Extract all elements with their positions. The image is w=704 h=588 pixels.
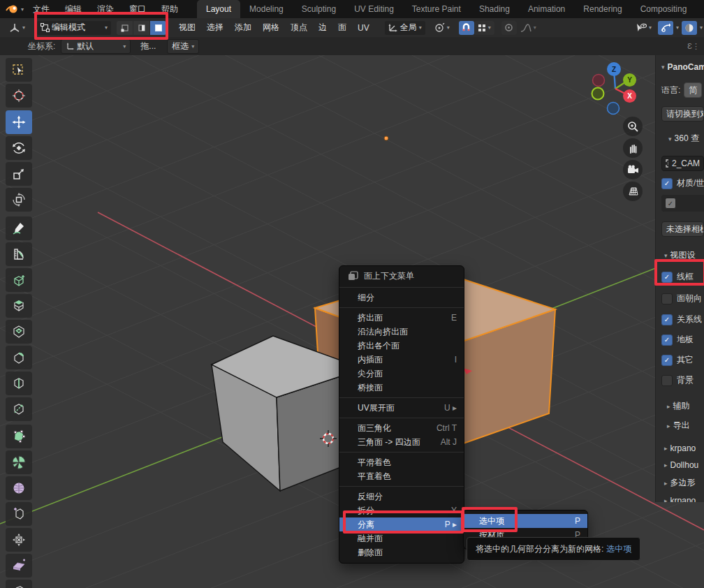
tool-move[interactable] — [6, 110, 32, 134]
axis-z-ball[interactable]: Z — [607, 62, 621, 76]
menu-file[interactable]: 文件 — [25, 0, 57, 18]
section-auxiliary[interactable]: ▸辅助 — [667, 400, 704, 412]
section-export[interactable]: ▸导出 — [667, 420, 704, 432]
snap-toggle-button[interactable] — [459, 21, 474, 35]
tab-geometry-nodes[interactable]: Geometry Nodes — [696, 0, 704, 18]
tab-compositing[interactable]: Compositing — [631, 0, 696, 18]
menu-vertex[interactable]: 顶点 — [285, 22, 313, 34]
tab-shading[interactable]: Shading — [470, 0, 519, 18]
overlays-toggle-button[interactable] — [658, 21, 673, 35]
checkbox-icon[interactable]: ✓ — [661, 178, 673, 189]
menu-render[interactable]: 渲染 — [89, 0, 122, 18]
menu-item-dissolve-faces[interactable]: 融并面 — [339, 531, 464, 545]
tool-box-select[interactable] — [6, 58, 32, 82]
menu-item-extrude-faces[interactable]: 挤出面E — [339, 311, 464, 325]
switch-button[interactable]: 请切换到对 — [661, 106, 704, 122]
checkbox-icon[interactable]: ✓ — [661, 375, 673, 386]
view-option-other[interactable]: ✓ 其它 — [661, 354, 704, 366]
section-krpano-2[interactable]: ▸krpano — [664, 496, 704, 502]
tool-shear[interactable] — [6, 554, 32, 578]
section-polygon[interactable]: ▸多边形 — [664, 477, 704, 489]
editor-type-button[interactable]: ▾ — [6, 21, 29, 35]
tool-knife[interactable] — [6, 397, 32, 421]
section-krpano-1[interactable]: ▸krpano — [664, 443, 704, 453]
section-360[interactable]: ▾ 360 查 — [668, 133, 704, 145]
menu-add[interactable]: 添加 — [229, 22, 257, 34]
material-world-checkbox-row[interactable]: ✓ 材质/世界 — [661, 177, 704, 189]
proportional-falloff-dropdown[interactable]: ▾ — [517, 21, 540, 35]
tool-rotate[interactable] — [6, 136, 32, 160]
menu-select[interactable]: 选择 — [201, 22, 229, 34]
menu-item-separate[interactable]: 分离P ▸ — [339, 517, 464, 531]
menu-item-bridge-faces[interactable]: 桥接面 — [339, 381, 464, 395]
language-dropdown[interactable]: 简 — [684, 82, 702, 98]
shading-toggle-button[interactable] — [682, 21, 697, 35]
edge-select-button[interactable] — [133, 21, 149, 35]
menu-item-inset-faces[interactable]: 内插面I — [339, 353, 464, 367]
view-option-background[interactable]: ✓ 背景 — [661, 374, 704, 386]
zoom-button[interactable] — [623, 117, 643, 136]
menu-item-shade-flat[interactable]: 平直着色 — [339, 469, 464, 483]
checkbox-icon[interactable]: ✓ — [661, 272, 673, 283]
coord-system-dropdown[interactable]: 默认 ▾ — [61, 39, 131, 54]
chevron-down-icon[interactable]: ▾ — [700, 24, 703, 31]
select-box-dropdown[interactable]: 框选 ▾ — [167, 39, 199, 54]
tool-spin[interactable] — [6, 450, 32, 474]
menu-window[interactable]: 窗口 — [122, 0, 154, 18]
viewport-corner-widget[interactable]: Ɛ⋮ — [687, 42, 700, 51]
section-dollhouse[interactable]: ▸Dollhou — [664, 460, 704, 470]
checkbox-icon[interactable]: ✓ — [665, 198, 676, 209]
menu-item-tris-to-quads[interactable]: 三角面 -> 四边面Alt J — [339, 435, 464, 449]
face-select-button[interactable] — [150, 21, 166, 35]
mode-dropdown[interactable]: 编辑模式 ▾ — [37, 21, 111, 35]
tab-modeling[interactable]: Modeling — [240, 0, 293, 18]
submenu-item-selection[interactable]: 选中项P — [464, 514, 587, 528]
tab-texture-paint[interactable]: Texture Paint — [403, 0, 470, 18]
menu-view[interactable]: 视图 — [173, 22, 201, 34]
proportional-editing-button[interactable] — [501, 21, 517, 35]
tab-layout[interactable]: Layout — [197, 0, 240, 18]
view-option-face-orientation[interactable]: ✓ 面朝向 — [661, 293, 704, 304]
tool-scale[interactable] — [6, 162, 32, 186]
tool-bevel[interactable] — [6, 346, 32, 369]
pan-button[interactable] — [623, 138, 643, 158]
menu-mesh[interactable]: 网格 — [257, 22, 285, 34]
tool-extrude-region[interactable] — [6, 294, 32, 318]
checkbox-icon[interactable]: ✓ — [661, 335, 673, 346]
menu-item-extrude-along-normals[interactable]: 沿法向挤出面 — [339, 325, 464, 339]
menu-face[interactable]: 面 — [332, 22, 352, 34]
tab-animation[interactable]: Animation — [519, 0, 574, 18]
tool-cursor[interactable] — [6, 84, 32, 108]
tool-add-cube[interactable] — [6, 268, 32, 292]
menu-help[interactable]: 帮助 — [154, 0, 186, 18]
menu-edit[interactable]: 编辑 — [57, 0, 89, 18]
tool-transform[interactable] — [6, 188, 32, 212]
tab-uv-editing[interactable]: UV Editing — [345, 0, 403, 18]
checkbox-icon[interactable]: ✓ — [661, 314, 673, 325]
pivot-point-dropdown[interactable]: ▾ — [431, 21, 453, 35]
tool-inset-faces[interactable] — [6, 320, 32, 344]
menu-item-poke-faces[interactable]: 尖分面 — [339, 367, 464, 381]
menu-item-shade-smooth[interactable]: 平滑着色 — [339, 455, 464, 469]
menu-uv[interactable]: UV — [352, 23, 375, 33]
tool-smooth[interactable] — [6, 476, 32, 500]
camera-object-field[interactable]: 2_CAM — [661, 156, 704, 171]
tool-measure[interactable] — [6, 242, 32, 266]
view-option-floor[interactable]: ✓ 地板 — [661, 334, 704, 346]
checkbox-icon[interactable]: ✓ — [661, 355, 673, 366]
checkbox-icon[interactable]: ✓ — [661, 293, 673, 304]
tab-sculpting[interactable]: Sculpting — [293, 0, 345, 18]
app-menu-chevron-icon[interactable]: ▾ — [21, 6, 24, 13]
camera-view-button[interactable] — [623, 160, 643, 179]
tool-edge-slide[interactable] — [6, 502, 32, 526]
menu-item-triangulate[interactable]: 面三角化Ctrl T — [339, 421, 464, 435]
transform-orientation-dropdown[interactable]: 全局 ▾ — [385, 21, 425, 35]
axis-x-ball[interactable]: X — [623, 89, 636, 103]
menu-item-split[interactable]: 拆分Y — [339, 504, 464, 517]
gizmos-dropdown[interactable]: ▾ — [632, 21, 655, 35]
drag-dropdown[interactable]: 拖... — [140, 41, 156, 52]
tool-loop-cut[interactable] — [6, 372, 32, 395]
section-view-settings[interactable]: ▾ 视图设 — [664, 249, 704, 261]
snap-with-dropdown[interactable]: ▾ — [474, 21, 494, 35]
menu-item-delete-faces[interactable]: 删除面 — [339, 545, 464, 559]
